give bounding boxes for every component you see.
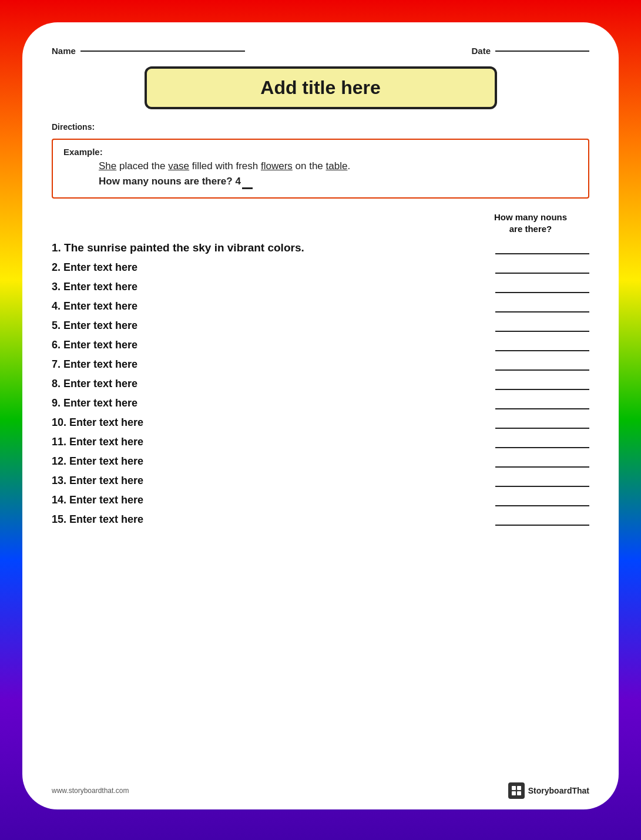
- answer-line[interactable]: [495, 464, 589, 468]
- items-list: 1. The sunrise painted the sky in vibran…: [52, 237, 589, 528]
- list-item-text: 7. Enter text here: [52, 358, 495, 371]
- list-item: 15. Enter text here: [52, 509, 589, 528]
- example-box: Example: She placed the vase filled with…: [52, 139, 589, 199]
- list-item-text: 9. Enter text here: [52, 397, 495, 409]
- column-header-row: How many nounsare there?: [52, 211, 589, 234]
- list-item-text: 13. Enter text here: [52, 475, 495, 487]
- list-item: 2. Enter text here: [52, 257, 589, 276]
- name-underline: [80, 51, 245, 52]
- list-item: 4. Enter text here: [52, 295, 589, 315]
- cloud-top-decoration: [22, 22, 619, 40]
- noun-flowers: flowers: [261, 160, 293, 172]
- example-answer-underline: [242, 176, 253, 189]
- directions-label: Directions:: [52, 122, 589, 132]
- answer-line[interactable]: [495, 309, 589, 313]
- list-item: 1. The sunrise painted the sky in vibran…: [52, 237, 589, 257]
- list-item: 9. Enter text here: [52, 392, 589, 412]
- list-item-text: 4. Enter text here: [52, 300, 495, 313]
- answer-line[interactable]: [495, 328, 589, 332]
- svg-rect-3: [517, 791, 521, 795]
- noun-vase: vase: [168, 160, 189, 172]
- list-item: 14. Enter text here: [52, 489, 589, 509]
- footer-logo: StoryboardThat: [508, 782, 589, 799]
- list-item-text: 2. Enter text here: [52, 261, 495, 274]
- answer-line[interactable]: [495, 522, 589, 526]
- list-item-text: 1. The sunrise painted the sky in vibran…: [52, 241, 495, 254]
- footer-url: www.storyboardthat.com: [52, 787, 129, 795]
- footer: www.storyboardthat.com StoryboardThat: [52, 782, 589, 799]
- answer-line[interactable]: [495, 406, 589, 409]
- list-item: 12. Enter text here: [52, 451, 589, 470]
- noun-she: She: [99, 160, 116, 172]
- answer-line[interactable]: [495, 503, 589, 506]
- date-field: Date: [471, 46, 589, 56]
- example-question-text: How many nouns are there? 4: [99, 176, 241, 187]
- list-item: 5. Enter text here: [52, 315, 589, 334]
- inner-page: Name Date Add title here Directions: Exa…: [22, 22, 619, 809]
- list-item-text: 8. Enter text here: [52, 378, 495, 390]
- list-item: 8. Enter text here: [52, 373, 589, 392]
- answer-line[interactable]: [495, 483, 589, 487]
- answer-line[interactable]: [495, 445, 589, 448]
- list-item-text: 5. Enter text here: [52, 320, 495, 332]
- title-box[interactable]: Add title here: [145, 66, 497, 109]
- list-item-text: 15. Enter text here: [52, 513, 495, 526]
- list-item-text: 14. Enter text here: [52, 494, 495, 506]
- svg-rect-2: [512, 791, 516, 795]
- answer-line[interactable]: [495, 387, 589, 390]
- answer-line[interactable]: [495, 367, 589, 371]
- date-label: Date: [471, 46, 491, 56]
- list-item: 10. Enter text here: [52, 412, 589, 431]
- list-item: 6. Enter text here: [52, 334, 589, 354]
- answer-line[interactable]: [495, 251, 589, 254]
- svg-rect-0: [512, 786, 516, 790]
- list-item: 3. Enter text here: [52, 276, 589, 295]
- name-field: Name: [52, 46, 245, 56]
- answer-line[interactable]: [495, 290, 589, 293]
- list-item-text: 10. Enter text here: [52, 416, 495, 429]
- column-header: How many nounsare there?: [484, 211, 578, 234]
- answer-line[interactable]: [495, 425, 589, 429]
- answer-line[interactable]: [495, 348, 589, 351]
- footer-logo-text: StoryboardThat: [528, 786, 589, 795]
- example-label: Example:: [63, 147, 578, 157]
- title-text: Add title here: [260, 77, 380, 98]
- list-item-text: 11. Enter text here: [52, 436, 495, 448]
- answer-line[interactable]: [495, 270, 589, 274]
- list-item: 13. Enter text here: [52, 470, 589, 489]
- header-row: Name Date: [52, 40, 589, 56]
- date-underline: [495, 51, 589, 52]
- list-item: 11. Enter text here: [52, 431, 589, 451]
- example-question: How many nouns are there? 4: [99, 176, 578, 189]
- example-sentence: She placed the vase filled with fresh fl…: [99, 160, 578, 172]
- name-label: Name: [52, 46, 76, 56]
- list-item-text: 6. Enter text here: [52, 339, 495, 351]
- storyboard-icon: [511, 785, 522, 797]
- footer-logo-icon: [508, 782, 525, 799]
- list-item-text: 12. Enter text here: [52, 455, 495, 468]
- list-item: 7. Enter text here: [52, 354, 589, 373]
- svg-rect-1: [517, 786, 521, 790]
- list-item-text: 3. Enter text here: [52, 281, 495, 293]
- noun-table: table: [326, 160, 348, 172]
